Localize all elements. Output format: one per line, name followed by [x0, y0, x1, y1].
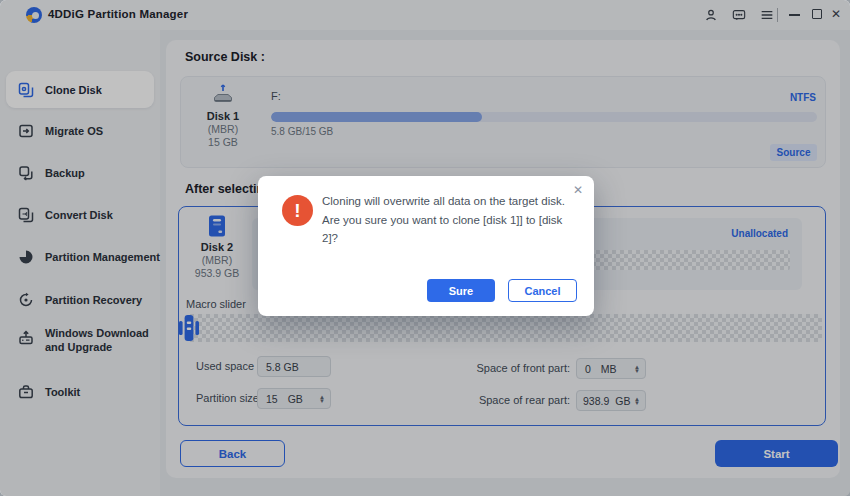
warning-icon: ! [282, 195, 313, 226]
app-window: 4DDiG Partition Manager ✕ Clone Disk Mig… [0, 0, 850, 496]
confirm-dialog: ✕ ! Cloning will overwrite all data on t… [258, 176, 594, 316]
cancel-button[interactable]: Cancel [508, 279, 577, 302]
dialog-message: Cloning will overwrite all data on the t… [322, 192, 576, 248]
sure-button[interactable]: Sure [427, 279, 495, 302]
